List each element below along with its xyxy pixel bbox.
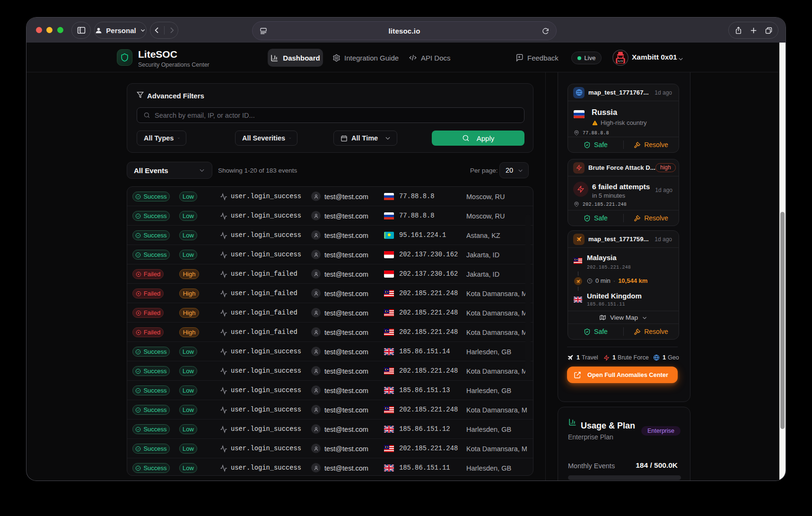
- svg-text:</>: </>: [618, 60, 623, 63]
